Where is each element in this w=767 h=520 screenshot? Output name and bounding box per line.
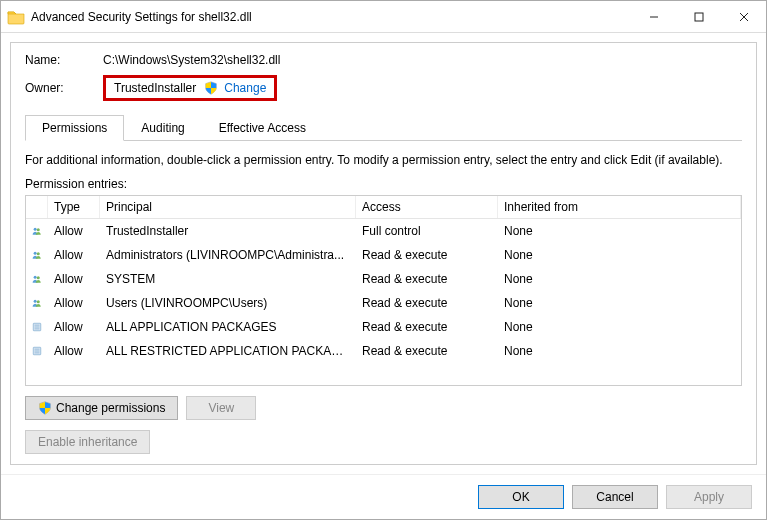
entry-access: Read & execute [356,318,498,336]
entry-access: Full control [356,222,498,240]
table-row[interactable]: AllowALL RESTRICTED APPLICATION PACKAGES… [26,339,741,363]
ok-button[interactable]: OK [478,485,564,509]
svg-point-6 [34,252,37,255]
col-inherited[interactable]: Inherited from [498,196,741,218]
name-label: Name: [25,53,103,67]
table-row[interactable]: AllowSYSTEMRead & executeNone [26,267,741,291]
entry-type: Allow [48,294,100,312]
entry-principal: Users (LIVINROOMPC\Users) [100,294,356,312]
window-controls [631,1,766,32]
tab-bar: Permissions Auditing Effective Access [25,115,742,141]
maximize-button[interactable] [676,1,721,32]
entry-access: Read & execute [356,342,498,360]
content-panel: Name: C:\Windows\System32\shell32.dll Ow… [10,42,757,465]
enable-inheritance-button: Enable inheritance [25,430,150,454]
entry-principal: ALL RESTRICTED APPLICATION PACKAGES [100,342,356,360]
table-body: AllowTrustedInstallerFull controlNoneAll… [26,219,741,363]
entry-icon-users [26,221,48,241]
apply-button: Apply [666,485,752,509]
svg-point-5 [37,228,40,231]
name-value: C:\Windows\System32\shell32.dll [103,53,280,67]
entry-icon-package [26,317,48,337]
entry-access: Read & execute [356,270,498,288]
entry-principal: ALL APPLICATION PACKAGES [100,318,356,336]
svg-point-11 [37,300,40,303]
permissions-table: Type Principal Access Inherited from All… [25,195,742,386]
svg-point-8 [34,276,37,279]
entry-principal: TrustedInstaller [100,222,356,240]
cancel-button[interactable]: Cancel [572,485,658,509]
col-access[interactable]: Access [356,196,498,218]
entry-type: Allow [48,342,100,360]
entry-icon-package [26,341,48,361]
table-row[interactable]: AllowTrustedInstallerFull controlNone [26,219,741,243]
dialog-footer: OK Cancel Apply [1,474,766,519]
tab-effective-access[interactable]: Effective Access [202,115,323,140]
svg-point-9 [37,276,40,279]
folder-icon [7,9,25,25]
col-type[interactable]: Type [48,196,100,218]
change-permissions-label: Change permissions [56,401,165,415]
owner-value: TrustedInstaller [114,81,196,95]
entry-principal: Administrators (LIVINROOMPC\Administra..… [100,246,356,264]
owner-label: Owner: [25,81,103,95]
entry-principal: SYSTEM [100,270,356,288]
entry-icon-users [26,293,48,313]
entry-access: Read & execute [356,294,498,312]
owner-highlight: TrustedInstaller Change [103,75,277,101]
entry-type: Allow [48,222,100,240]
col-principal[interactable]: Principal [100,196,356,218]
entry-type: Allow [48,270,100,288]
info-text: For additional information, double-click… [25,153,742,167]
svg-point-10 [34,300,37,303]
entry-access: Read & execute [356,246,498,264]
entry-inherited: None [498,222,741,240]
close-button[interactable] [721,1,766,32]
entry-inherited: None [498,342,741,360]
entries-label: Permission entries: [25,177,742,191]
entry-inherited: None [498,294,741,312]
entry-icon-users [26,269,48,289]
minimize-button[interactable] [631,1,676,32]
tab-auditing[interactable]: Auditing [124,115,201,140]
svg-point-4 [34,228,37,231]
table-header: Type Principal Access Inherited from [26,196,741,219]
table-row[interactable]: AllowAdministrators (LIVINROOMPC\Adminis… [26,243,741,267]
entry-type: Allow [48,246,100,264]
svg-rect-1 [695,13,703,21]
view-button: View [186,396,256,420]
titlebar: Advanced Security Settings for shell32.d… [1,1,766,33]
entry-inherited: None [498,246,741,264]
window-title: Advanced Security Settings for shell32.d… [31,10,631,24]
svg-point-7 [37,252,40,255]
table-row[interactable]: AllowUsers (LIVINROOMPC\Users)Read & exe… [26,291,741,315]
entry-inherited: None [498,270,741,288]
shield-icon [204,81,218,95]
entry-icon-users [26,245,48,265]
entry-inherited: None [498,318,741,336]
table-row[interactable]: AllowALL APPLICATION PACKAGESRead & exec… [26,315,741,339]
entry-type: Allow [48,318,100,336]
shield-icon [38,401,52,415]
tab-permissions[interactable]: Permissions [25,115,124,141]
col-icon[interactable] [26,196,48,218]
change-owner-link[interactable]: Change [224,81,266,95]
change-permissions-button[interactable]: Change permissions [25,396,178,420]
